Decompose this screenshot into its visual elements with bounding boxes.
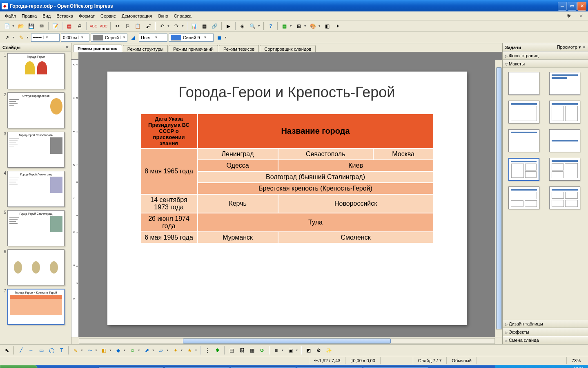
- menu-view[interactable]: Вид: [40, 13, 53, 19]
- tab-outline[interactable]: Режим структуры: [123, 45, 168, 52]
- close-task-icon[interactable]: ✕: [582, 45, 586, 49]
- start-button[interactable]: пуск: [0, 365, 38, 368]
- arrow-icon[interactable]: ↗: [2, 33, 11, 42]
- table-cell[interactable]: Киев: [278, 160, 434, 171]
- slide-table[interactable]: Дата Указа Президиума ВС СССР о присвоен…: [140, 113, 434, 244]
- redo-icon[interactable]: ↷: [172, 22, 181, 31]
- section-table-design[interactable]: ▷Дизайн таблицы: [503, 320, 588, 328]
- extrude-icon[interactable]: ◧: [323, 22, 332, 31]
- maximize-button[interactable]: ▭: [568, 2, 577, 11]
- select-icon[interactable]: ⬉: [2, 346, 11, 355]
- layout-blank[interactable]: [508, 72, 539, 95]
- undo-icon[interactable]: ↶: [158, 22, 167, 31]
- animation-icon[interactable]: ✨: [324, 346, 333, 355]
- format-paint-icon[interactable]: 🖌: [144, 22, 153, 31]
- table-cell[interactable]: Брестская крепость (Крепость-Герой): [198, 183, 434, 194]
- email-icon[interactable]: ✉: [37, 22, 46, 31]
- layout-title-only[interactable]: [508, 129, 539, 152]
- help2-icon[interactable]: ?: [266, 22, 275, 31]
- stars-icon[interactable]: ★: [185, 346, 194, 355]
- layout-title[interactable]: [549, 72, 580, 95]
- 3d-icon[interactable]: ◧: [100, 346, 109, 355]
- save-icon[interactable]: 💾: [27, 22, 36, 31]
- fill-icon[interactable]: ◢: [129, 33, 138, 42]
- ellipse-icon[interactable]: ◯: [47, 346, 56, 355]
- slide-title-text[interactable]: Города-Герои и Крепость-Герой: [124, 84, 450, 101]
- export-pdf-icon[interactable]: ▤: [65, 22, 74, 31]
- minimize-button[interactable]: ─: [558, 2, 567, 11]
- paste-icon[interactable]: 📋: [134, 22, 143, 31]
- slide-thumb-5[interactable]: Город-Герой Сталинград▬▬▬▬▬▬▬▬▬▬▬▬▬▬▬▬▬▬…: [7, 210, 65, 246]
- tab-drawing[interactable]: Режим рисования: [73, 45, 122, 52]
- fill-type-combo[interactable]: Цвет▼: [139, 34, 167, 42]
- arrange-icon[interactable]: ▣: [286, 346, 295, 355]
- slideshow-icon[interactable]: ▶: [224, 22, 233, 31]
- close-panel-icon[interactable]: ✕: [65, 45, 69, 49]
- align-icon[interactable]: ≡: [272, 346, 281, 355]
- arrow-line-icon[interactable]: →: [27, 346, 36, 355]
- task-pane-view-link[interactable]: Просмотр: [557, 45, 577, 49]
- table-cell[interactable]: Москва: [373, 148, 434, 160]
- navigator-icon[interactable]: ◈: [238, 22, 247, 31]
- menu-insert[interactable]: Вставка: [54, 13, 76, 19]
- symbol-shapes-icon[interactable]: ☺: [128, 346, 137, 355]
- table-cell[interactable]: Волгоград (бывший Сталинград): [198, 171, 434, 183]
- line-width-combo[interactable]: 0,00см▼: [61, 34, 89, 42]
- table-cell[interactable]: 6 мая 1985 года: [140, 232, 198, 243]
- slide-thumb-4[interactable]: Город-Герой Ленинград▬▬▬▬▬▬▬▬▬▬▬▬▬▬▬▬▬▬▬…: [7, 171, 65, 207]
- slide-thumb-6[interactable]: [7, 249, 65, 285]
- task-word2[interactable]: ПР 1 (Создание през…: [363, 366, 428, 368]
- slide-thumb-2[interactable]: Статус города-героя▬▬▬▬▬▬▬▬▬▬▬▬▬▬▬▬▬▬: [7, 92, 65, 128]
- zoom-icon[interactable]: 🔍: [248, 22, 257, 31]
- table-cell[interactable]: 14 сентября 1973 года: [140, 194, 198, 213]
- table-header-city[interactable]: Название города: [198, 114, 434, 148]
- menu-format[interactable]: Формат: [76, 13, 97, 19]
- slide-thumb-1[interactable]: Города-Герои: [7, 53, 65, 89]
- slide-thumb-7[interactable]: Города-Герои и Крепость-Герой: [7, 289, 65, 325]
- slide-editor[interactable]: Города-Герои и Крепость-Герой Дата Указа…: [79, 60, 495, 337]
- shadow-icon[interactable]: ◼: [215, 33, 224, 42]
- task-word1[interactable]: Города-Герои (текс…: [297, 366, 362, 368]
- section-effects[interactable]: ▷Эффекты: [503, 328, 588, 336]
- layout-over-obj[interactable]: [508, 186, 539, 209]
- table-cell[interactable]: 26 июня 1974 года: [140, 213, 198, 232]
- fontwork2-icon[interactable]: ▤: [227, 346, 236, 355]
- grid-icon[interactable]: ⊞: [294, 22, 303, 31]
- menu-tools[interactable]: Сервис: [98, 13, 118, 19]
- menu-help[interactable]: Справка: [172, 13, 194, 19]
- table-cell[interactable]: Смоленск: [278, 232, 434, 243]
- table-icon[interactable]: ▦: [200, 22, 209, 31]
- from-file-icon[interactable]: 🖼: [237, 346, 246, 355]
- gallery-icon[interactable]: ▦: [280, 22, 289, 31]
- extrusion-icon[interactable]: ◩: [304, 346, 313, 355]
- task-opera[interactable]: Opera 12.16 (1860): …: [98, 366, 164, 368]
- callouts-icon[interactable]: ✦: [171, 346, 180, 355]
- points-icon[interactable]: ⋮: [203, 346, 212, 355]
- layout-two-content[interactable]: [549, 101, 580, 123]
- interaction-icon[interactable]: ⚙: [314, 346, 323, 355]
- curve-icon[interactable]: ∿: [71, 346, 80, 355]
- open-icon[interactable]: 📂: [17, 22, 26, 31]
- section-layouts[interactable]: ▽Макеты: [503, 60, 588, 68]
- line-icon[interactable]: ╱: [16, 346, 25, 355]
- section-transition[interactable]: ▷Смена слайда: [503, 336, 588, 344]
- layout-text-obj[interactable]: [549, 158, 580, 181]
- slide-thumbs-list[interactable]: 1 Города-Герои 2 Статус города-героя▬▬▬▬…: [0, 52, 71, 344]
- line-color-icon[interactable]: ✎: [17, 33, 26, 42]
- tab-notes[interactable]: Режим примечаний: [169, 45, 218, 52]
- fontwork-icon[interactable]: ✦: [333, 22, 342, 31]
- tab-sorter[interactable]: Сортировщик слайдов: [260, 45, 316, 52]
- section-master-pages[interactable]: ▷Фоны страниц: [503, 52, 588, 60]
- table-cell[interactable]: Ленинград: [198, 148, 278, 160]
- gallery2-icon[interactable]: ▦: [247, 346, 256, 355]
- block-arrows-icon[interactable]: ⬈: [143, 346, 151, 355]
- text-icon[interactable]: T: [57, 346, 66, 355]
- table-cell[interactable]: Керчь: [198, 194, 278, 213]
- copy-icon[interactable]: ⎘: [123, 22, 132, 31]
- status-zoom[interactable]: 73%: [566, 357, 586, 364]
- tab-handout[interactable]: Режим тезисов: [219, 45, 259, 52]
- table-header-date[interactable]: Дата Указа Президиума ВС СССР о присвоен…: [140, 114, 198, 148]
- vertical-scrollbar[interactable]: [495, 60, 502, 337]
- print-icon[interactable]: 🖨: [75, 22, 84, 31]
- edit-icon[interactable]: 📝: [51, 22, 60, 31]
